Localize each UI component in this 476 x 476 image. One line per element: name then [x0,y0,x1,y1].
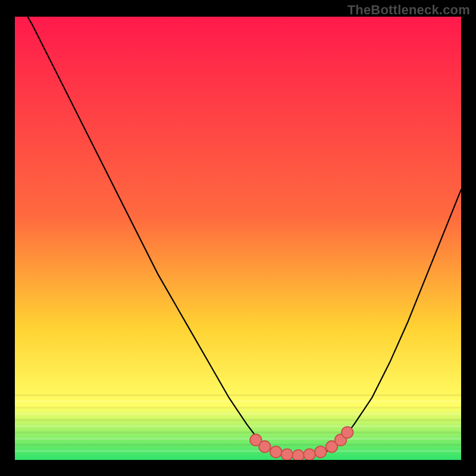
valley-marker [315,446,326,458]
valley-marker [303,449,315,460]
valley-marker [270,446,282,458]
bottleneck-chart [15,17,461,460]
plot-area [15,17,461,460]
valley-marker [259,441,271,452]
valley-marker [342,427,353,438]
watermark-text: TheBottleneck.com [347,2,470,18]
valley-marker [293,450,305,460]
valley-marker [281,449,293,460]
chart-frame: TheBottleneck.com [0,0,476,476]
gradient-background [15,17,461,460]
